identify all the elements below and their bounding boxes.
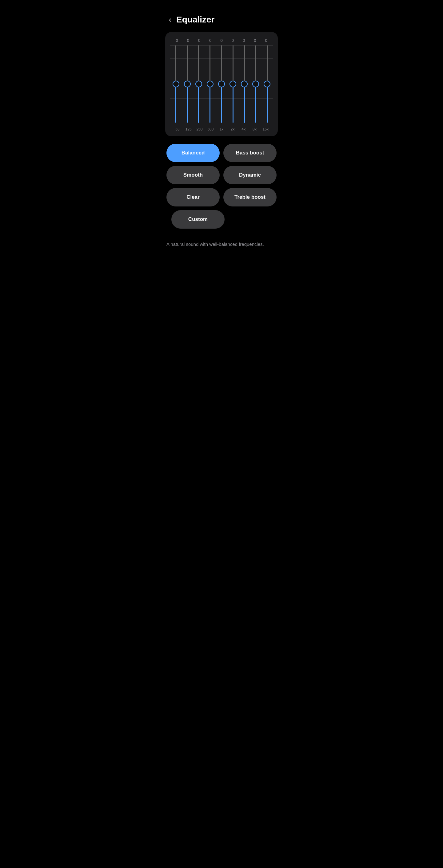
preset-balanced-button[interactable]: Balanced <box>166 144 220 162</box>
eq-band-16k[interactable] <box>261 45 273 125</box>
band-value-3: 0 <box>205 38 216 43</box>
upper-track-5 <box>232 45 233 81</box>
band-value-7: 0 <box>250 38 260 43</box>
upper-track-2 <box>198 45 199 81</box>
freq-label-2: 250 <box>194 127 205 131</box>
preset-custom-button[interactable]: Custom <box>171 210 225 228</box>
freq-label-3: 500 <box>205 127 216 131</box>
band-value-2: 0 <box>194 38 205 43</box>
freq-label-7: 8k <box>249 127 260 131</box>
freq-label-8: 16k <box>260 127 271 131</box>
eq-band-4k[interactable] <box>239 45 250 125</box>
presets-grid: Balanced Bass boost Smooth Dynamic Clear… <box>161 144 282 207</box>
eq-bands <box>170 45 273 125</box>
handle-7[interactable] <box>252 81 259 87</box>
lower-track-3 <box>210 87 211 123</box>
preset-smooth-button[interactable]: Smooth <box>166 166 220 184</box>
lower-track-6 <box>244 87 245 123</box>
handle-6[interactable] <box>241 81 248 87</box>
lower-track-0 <box>176 87 176 123</box>
freq-label-1: 125 <box>183 127 194 131</box>
handle-4[interactable] <box>218 81 225 87</box>
freq-label-5: 2k <box>227 127 238 131</box>
handle-0[interactable] <box>172 81 179 87</box>
handle-8[interactable] <box>264 81 271 87</box>
preset-description: A natural sound with well-balanced frequ… <box>161 236 282 247</box>
eq-band-8k[interactable] <box>250 45 261 125</box>
freq-label-0: 63 <box>172 127 183 131</box>
handle-1[interactable] <box>184 81 191 87</box>
band-value-4: 0 <box>216 38 227 43</box>
upper-track-4 <box>221 45 222 81</box>
band-value-0: 0 <box>171 38 183 43</box>
eq-panel: 0 0 0 0 0 0 0 0 0 <box>165 32 278 136</box>
upper-track-6 <box>244 45 245 81</box>
preset-dynamic-button[interactable]: Dynamic <box>223 166 277 184</box>
freq-labels: 63 125 250 500 1k 2k 4k 8k 16k <box>170 125 273 131</box>
header: ‹ Equalizer <box>161 0 282 32</box>
lower-track-7 <box>255 87 256 123</box>
lower-track-5 <box>232 87 233 123</box>
upper-track-3 <box>210 45 211 81</box>
page-container: ‹ Equalizer 0 0 0 0 0 0 0 0 0 <box>161 0 282 247</box>
page-title: Equalizer <box>176 15 214 25</box>
upper-track-7 <box>255 45 256 81</box>
band-value-5: 0 <box>227 38 238 43</box>
eq-visual: 63 125 250 500 1k 2k 4k 8k 16k <box>170 45 273 131</box>
eq-band-2k[interactable] <box>227 45 239 125</box>
freq-label-4: 1k <box>216 127 227 131</box>
preset-treble-boost-button[interactable]: Treble boost <box>223 188 277 207</box>
eq-band-250[interactable] <box>193 45 204 125</box>
eq-band-125[interactable] <box>182 45 193 125</box>
eq-band-1k[interactable] <box>216 45 227 125</box>
lower-track-1 <box>187 87 188 123</box>
upper-track-0 <box>176 45 176 81</box>
freq-label-6: 4k <box>238 127 249 131</box>
eq-band-63[interactable] <box>170 45 182 125</box>
handle-2[interactable] <box>195 81 202 87</box>
preset-bass-boost-button[interactable]: Bass boost <box>223 144 277 162</box>
band-value-6: 0 <box>239 38 250 43</box>
back-button[interactable]: ‹ <box>168 15 172 25</box>
custom-row: Custom <box>161 210 282 228</box>
eq-values-row: 0 0 0 0 0 0 0 0 0 <box>170 38 273 43</box>
upper-track-1 <box>187 45 188 81</box>
back-icon: ‹ <box>169 16 171 24</box>
handle-5[interactable] <box>229 81 236 87</box>
lower-track-4 <box>221 87 222 123</box>
band-value-1: 0 <box>183 38 193 43</box>
handle-3[interactable] <box>207 81 214 87</box>
band-value-8: 0 <box>260 38 272 43</box>
preset-clear-button[interactable]: Clear <box>166 188 220 207</box>
upper-track-8 <box>267 45 267 81</box>
lower-track-8 <box>267 87 267 123</box>
eq-band-500[interactable] <box>204 45 216 125</box>
lower-track-2 <box>198 87 199 123</box>
